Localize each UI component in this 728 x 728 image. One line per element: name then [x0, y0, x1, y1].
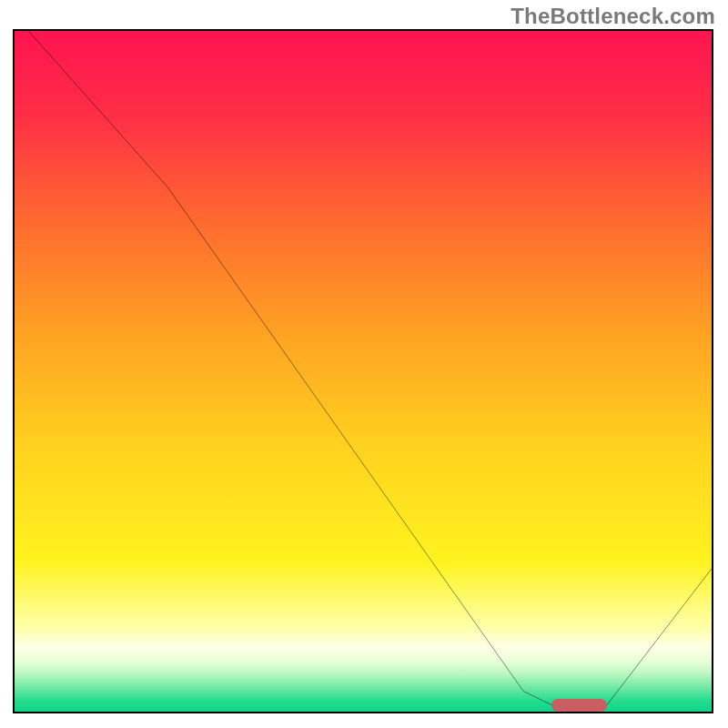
- chart-frame: [13, 29, 713, 713]
- svg-rect-0: [15, 31, 712, 712]
- watermark-text: TheBottleneck.com: [511, 4, 715, 29]
- chart-background-gradient: [15, 31, 712, 712]
- optimal-marker-bar: [551, 699, 607, 712]
